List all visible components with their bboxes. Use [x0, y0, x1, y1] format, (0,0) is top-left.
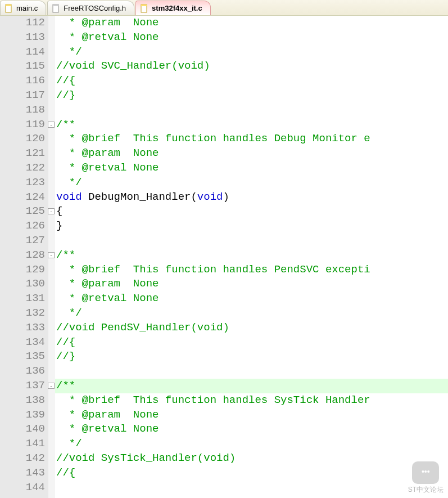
line-number: 137	[7, 379, 45, 393]
code-line[interactable]: * @param None	[56, 146, 448, 161]
file-icon	[141, 4, 148, 13]
line-number: 115	[7, 59, 45, 74]
line-number: 122	[7, 161, 45, 176]
file-icon	[5, 4, 13, 13]
code-line[interactable]: * @param None	[56, 16, 448, 30]
fold-toggle[interactable]: -	[48, 122, 55, 128]
tab-stm32f4xx-it-c[interactable]: stm32f4xx_it.c	[135, 1, 211, 15]
line-number: 140	[7, 422, 45, 437]
code-line[interactable]: /**	[56, 379, 448, 393]
code-line[interactable]: /**	[56, 248, 448, 263]
line-number: 113	[7, 30, 45, 45]
line-number: 118	[7, 103, 45, 118]
line-number: 112	[7, 16, 45, 30]
line-number: 131	[7, 291, 45, 306]
line-number: 126	[7, 219, 45, 234]
code-line[interactable]: * @retval None	[56, 291, 448, 306]
line-number: 141	[7, 437, 45, 451]
breakpoint-gutter[interactable]	[0, 16, 7, 498]
line-number: 130	[7, 277, 45, 291]
line-number: 117	[7, 88, 45, 103]
tab-bar: main.c FreeRTOSConfig.h stm32f4xx_it.c	[0, 0, 448, 16]
code-line[interactable]: */	[56, 176, 448, 190]
fold-toggle[interactable]: -	[48, 252, 55, 258]
code-line[interactable]: }	[56, 219, 448, 234]
file-icon	[52, 4, 60, 13]
line-number: 132	[7, 306, 45, 321]
fold-toggle[interactable]: -	[48, 208, 55, 214]
svg-rect-5	[141, 5, 147, 6]
code-line[interactable]: /**	[56, 118, 448, 132]
code-line[interactable]: //void SVC_Handler(void)	[56, 59, 448, 74]
line-number: 116	[7, 74, 45, 88]
fold-toggle[interactable]: -	[48, 383, 55, 389]
code-area[interactable]: * @param None * @retval None *///void SV…	[55, 16, 448, 498]
svg-rect-3	[53, 5, 58, 6]
code-line[interactable]: * @retval None	[56, 161, 448, 176]
code-line[interactable]: * @brief This function handles Debug Mon…	[56, 132, 448, 146]
svg-rect-1	[6, 5, 11, 6]
code-line[interactable]: {	[56, 204, 448, 219]
code-line[interactable]	[56, 234, 448, 248]
tab-freertosconfig-h[interactable]: FreeRTOSConfig.h	[47, 1, 134, 15]
code-line[interactable]: //{	[56, 74, 448, 88]
code-line[interactable]	[56, 103, 448, 118]
code-line[interactable]: //}	[56, 349, 448, 364]
tab-main-c[interactable]: main.c	[0, 1, 46, 15]
code-line[interactable]	[56, 364, 448, 379]
line-number: 142	[7, 451, 45, 466]
tab-label: FreeRTOSConfig.h	[64, 4, 126, 12]
code-line[interactable]: */	[56, 306, 448, 321]
code-line[interactable]: //void PendSV_Handler(void)	[56, 321, 448, 335]
tab-label: main.c	[16, 4, 38, 12]
line-number: 136	[7, 364, 45, 379]
line-number: 138	[7, 393, 45, 408]
line-number: 120	[7, 132, 45, 146]
code-line[interactable]: //{	[56, 335, 448, 350]
line-number: 123	[7, 176, 45, 190]
line-number: 125	[7, 204, 45, 219]
code-editor[interactable]: 1121131141151161171181191201211221231241…	[0, 16, 448, 498]
line-number: 133	[7, 321, 45, 335]
code-line[interactable]: * @retval None	[56, 30, 448, 45]
code-line[interactable]: void DebugMon_Handler(void)	[56, 190, 448, 205]
line-number: 124	[7, 190, 45, 205]
line-number: 139	[7, 408, 45, 423]
code-line[interactable]: //void SysTick_Handler(void)	[56, 451, 448, 466]
code-line[interactable]: //}	[56, 88, 448, 103]
line-number: 114	[7, 45, 45, 60]
line-number: 134	[7, 335, 45, 350]
code-line[interactable]: */	[56, 45, 448, 60]
line-number-gutter: 1121131141151161171181191201211221231241…	[7, 16, 48, 498]
code-line[interactable]: * @retval None	[56, 422, 448, 437]
line-number: 128	[7, 248, 45, 263]
code-line[interactable]: * @brief This function handles PendSVC e…	[56, 263, 448, 277]
code-line[interactable]: * @brief This function handles SysTick H…	[56, 393, 448, 408]
tab-label: stm32f4xx_it.c	[152, 4, 202, 12]
line-number: 144	[7, 481, 45, 495]
line-number: 119	[7, 118, 45, 132]
fold-gutter[interactable]: ----	[48, 16, 55, 498]
line-number: 127	[7, 234, 45, 248]
line-number: 143	[7, 466, 45, 481]
code-line[interactable]: * @param None	[56, 277, 448, 291]
code-line[interactable]: */	[56, 437, 448, 451]
code-line[interactable]: //{	[56, 466, 448, 481]
code-line[interactable]	[56, 481, 448, 495]
code-line[interactable]: * @param None	[56, 408, 448, 423]
line-number: 129	[7, 263, 45, 277]
line-number: 135	[7, 349, 45, 364]
line-number: 121	[7, 146, 45, 161]
